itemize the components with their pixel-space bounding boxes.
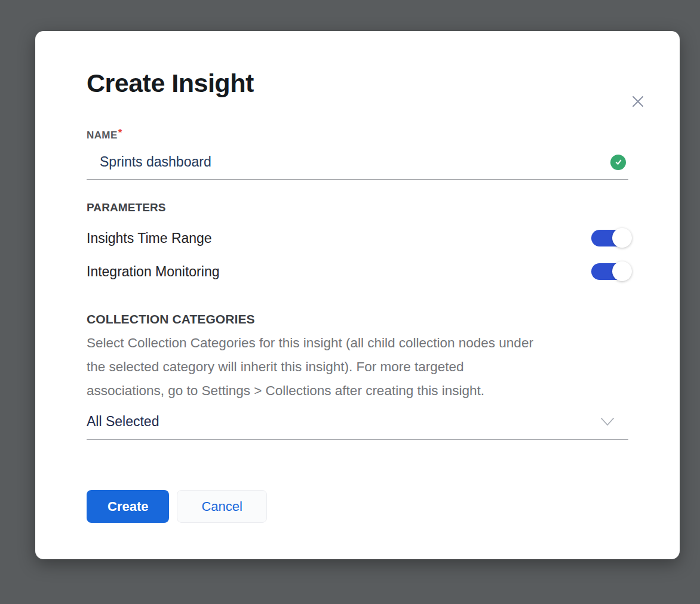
close-icon[interactable] [628,92,647,111]
create-button[interactable]: Create [87,490,169,523]
check-circle-icon [610,155,626,170]
parameters-heading: PARAMETERS [87,201,628,214]
description-line: the selected category will inherit this … [87,355,628,379]
param-row-integration-monitoring: Integration Monitoring [87,262,628,281]
dialog-actions: Create Cancel [87,490,628,523]
create-insight-dialog: Create Insight NAME* PARAMETERS Insights… [35,31,680,559]
description-line: associations, go to Settings > Collectio… [87,379,628,403]
integration-monitoring-toggle[interactable] [591,263,628,280]
collection-categories-description: Select Collection Categories for this in… [87,331,628,403]
param-label: Integration Monitoring [87,264,219,280]
required-asterisk: * [118,127,122,138]
insights-time-range-toggle[interactable] [591,230,628,246]
toggle-knob [612,261,632,281]
name-input-row [87,150,628,180]
param-label: Insights Time Range [87,230,212,246]
collection-categories-heading: COLLECTION CATEGORIES [87,312,628,326]
close-x-glyph [629,93,647,110]
chevron-down-icon [600,417,615,427]
description-line: Select Collection Categories for this in… [87,331,628,355]
name-input[interactable] [99,153,610,171]
toggle-knob [612,228,632,248]
param-row-insights-time-range: Insights Time Range [87,229,628,248]
modal-overlay: Create Insight NAME* PARAMETERS Insights… [0,0,700,604]
page-title: Create Insight [87,67,628,98]
name-field-label: NAME* [87,130,628,141]
collection-categories-dropdown[interactable]: All Selected [87,414,628,440]
dropdown-selected-value: All Selected [87,414,159,430]
cancel-button[interactable]: Cancel [177,490,266,523]
